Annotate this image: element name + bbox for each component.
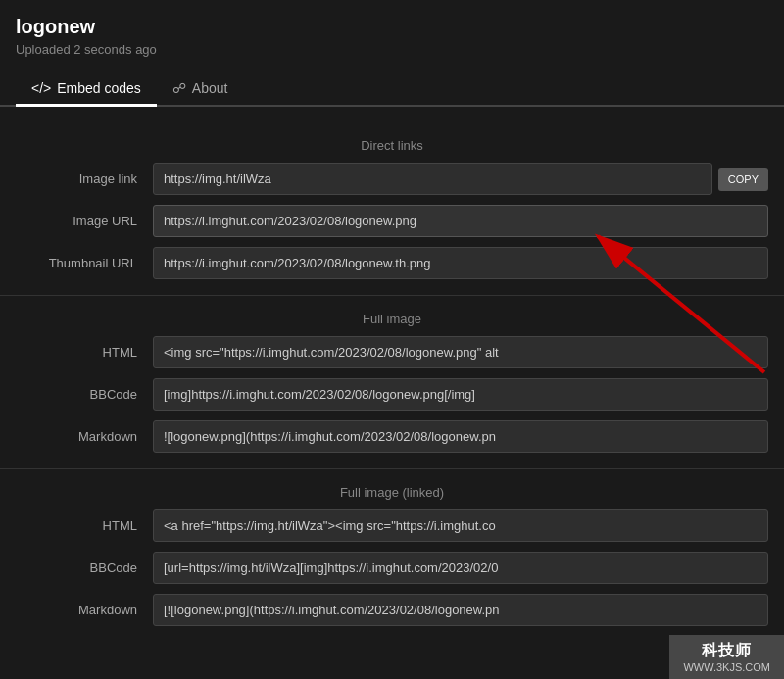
upload-time: Uploaded 2 seconds ago [16,42,768,57]
content-area: Direct links Image link https://img.ht/i… [0,107,784,652]
field-row-markdown: Markdown ![logonew.png](https://i.imghut… [0,420,784,453]
label-bbcode: BBCode [16,387,153,402]
field-row-image-link: Image link https://img.ht/ilWza COPY [0,163,784,195]
field-row-thumbnail-url: Thumbnail URL https://i.imghut.com/2023/… [0,247,784,279]
section-full-image-header: Full image [0,312,784,326]
label-markdown: Markdown [16,429,153,444]
page-title: logonew [16,16,768,38]
divider-1 [0,295,784,296]
tab-about[interactable]: ☍ About [157,73,244,107]
section-direct-links-header: Direct links [0,138,784,153]
field-row-html-linked: HTML <a href="https://img.ht/ilWza"><img… [0,509,784,542]
tab-embed-codes[interactable]: </> Embed codes [16,73,157,107]
tab-bar: </> Embed codes ☍ About [0,73,784,107]
tab-about-label: About [192,80,228,96]
input-wrap-image-url: https://i.imghut.com/2023/02/08/logonew.… [153,205,768,237]
watermark-line2: WWW.3KJS.COM [683,661,770,673]
input-image-url[interactable]: https://i.imghut.com/2023/02/08/logonew.… [153,205,768,237]
about-icon: ☍ [172,80,186,96]
field-row-html: HTML <img src="https://i.imghut.com/2023… [0,336,784,368]
label-html: HTML [16,345,153,360]
tab-embed-codes-label: Embed codes [57,80,141,96]
label-image-link: Image link [16,171,153,186]
watermark-line1: 科技师 [683,641,770,661]
input-image-link[interactable]: https://img.ht/ilWza [153,163,712,195]
input-wrap-image-link: https://img.ht/ilWza COPY [153,163,768,195]
input-wrap-markdown-linked: [![logonew.png](https://i.imghut.com/202… [153,594,768,626]
field-row-bbcode-linked: BBCode [url=https://img.ht/ilWza][img]ht… [0,552,784,584]
input-markdown-linked[interactable]: [![logonew.png](https://i.imghut.com/202… [153,594,768,626]
input-wrap-html-linked: <a href="https://img.ht/ilWza"><img src=… [153,509,768,542]
input-html-linked[interactable]: <a href="https://img.ht/ilWza"><img src=… [153,509,768,542]
page-header: logonew Uploaded 2 seconds ago </> Embed… [0,0,784,107]
label-image-url: Image URL [16,214,153,228]
label-bbcode-linked: BBCode [16,560,153,575]
copy-button-image-link[interactable]: COPY [718,168,768,191]
input-markdown[interactable]: ![logonew.png](https://i.imghut.com/2023… [153,420,768,453]
embed-codes-icon: </> [31,80,51,96]
input-wrap-bbcode: [img]https://i.imghut.com/2023/02/08/log… [153,378,768,411]
watermark: 科技师 WWW.3KJS.COM [669,635,784,679]
input-bbcode-linked[interactable]: [url=https://img.ht/ilWza][img]https://i… [153,552,768,584]
input-wrap-bbcode-linked: [url=https://img.ht/ilWza][img]https://i… [153,552,768,584]
label-markdown-linked: Markdown [16,603,153,617]
input-wrap-thumbnail-url: https://i.imghut.com/2023/02/08/logonew.… [153,247,768,279]
label-thumbnail-url: Thumbnail URL [16,256,153,270]
input-wrap-html: <img src="https://i.imghut.com/2023/02/0… [153,336,768,368]
input-wrap-markdown: ![logonew.png](https://i.imghut.com/2023… [153,420,768,453]
section-full-image-linked-header: Full image (linked) [0,485,784,500]
field-row-image-url: Image URL https://i.imghut.com/2023/02/0… [0,205,784,237]
field-row-bbcode: BBCode [img]https://i.imghut.com/2023/02… [0,378,784,411]
divider-2 [0,468,784,469]
input-html[interactable]: <img src="https://i.imghut.com/2023/02/0… [153,336,768,368]
input-bbcode[interactable]: [img]https://i.imghut.com/2023/02/08/log… [153,378,768,411]
label-html-linked: HTML [16,518,153,533]
input-thumbnail-url[interactable]: https://i.imghut.com/2023/02/08/logonew.… [153,247,768,279]
field-row-markdown-linked: Markdown [![logonew.png](https://i.imghu… [0,594,784,626]
